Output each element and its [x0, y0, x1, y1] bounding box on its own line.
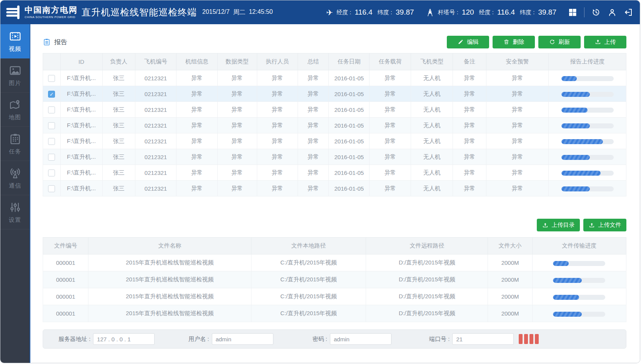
report-cell: 2016-01-05	[329, 181, 370, 196]
progress-bar-fill	[553, 278, 582, 283]
image-icon	[9, 64, 22, 77]
aircraft-longitude-label: 经度 :	[336, 9, 351, 16]
history-button[interactable]	[591, 8, 601, 17]
column-header: 任务日期	[329, 53, 370, 70]
report-upload-progress-cell	[549, 133, 626, 149]
row-checkbox[interactable]	[48, 185, 55, 192]
report-cell: 异常	[298, 102, 328, 118]
report-cell: 张三	[102, 70, 135, 86]
report-cell: 张三	[102, 149, 135, 165]
sidebar-item-tasks[interactable]: 任务	[0, 127, 30, 161]
checkbox-cell	[43, 165, 61, 181]
report-table-row[interactable]: F:\直升机...张三0212321异常异常异常异常2016-01-05异常无人…	[43, 149, 626, 165]
edit-button[interactable]: 编辑	[447, 36, 489, 48]
report-table: ID负责人飞机编号机组信息数据类型执行人员总结任务日期任务载荷飞机类型备注安全预…	[43, 53, 626, 196]
report-cell: 0212321	[135, 133, 176, 149]
row-checkbox[interactable]: ✓	[48, 91, 55, 98]
row-checkbox[interactable]	[48, 154, 55, 161]
connection-bar: 服务器地址 : 用户名 : 密码 : 端口号 :	[43, 329, 626, 349]
report-cell: 异常	[257, 70, 298, 86]
report-table-row[interactable]: F:\直升机...张三0212321异常异常异常异常2016-01-05异常无人…	[43, 181, 626, 196]
edit-icon	[458, 39, 464, 45]
logout-button[interactable]	[624, 8, 633, 17]
report-cell: F:\直升机...	[60, 70, 102, 86]
sidebar-item-map[interactable]: 地图	[0, 93, 30, 127]
file-cell: 2000M	[488, 271, 532, 288]
row-checkbox[interactable]	[48, 170, 55, 176]
report-cell: 异常	[453, 133, 486, 149]
row-checkbox[interactable]	[48, 75, 55, 82]
report-cell: 0212321	[135, 102, 176, 118]
report-cell: 2016-01-05	[329, 86, 370, 102]
file-cell: 2000M	[488, 288, 532, 305]
file-table: 文件编号文件名称文件本地路径文件远程路径文件大小文件传输进度 000001201…	[43, 237, 626, 322]
refresh-button[interactable]: 刷新	[538, 36, 581, 48]
username-input[interactable]	[212, 333, 273, 345]
report-cell: 张三	[102, 118, 135, 133]
upload-button[interactable]: 上传	[584, 36, 626, 48]
file-table-row[interactable]: 0000012015年直升机巡检线智能巡检视频C:/直升机/2015年视频D:/…	[43, 288, 626, 305]
row-checkbox[interactable]	[48, 138, 55, 145]
column-header: 文件本地路径	[251, 238, 366, 254]
comm-icon	[9, 167, 22, 180]
upload-file-button[interactable]: 上传文件	[583, 219, 626, 231]
progress-bar-fill	[553, 261, 569, 266]
report-table-row[interactable]: F:\直升机...张三0212321异常异常异常异常2016-01-05异常无人…	[43, 133, 626, 149]
sidebar-item-label: 视频	[9, 45, 21, 53]
column-header: 负责人	[102, 53, 135, 70]
server-address-input[interactable]	[93, 333, 155, 345]
column-header: 安全预警	[486, 53, 548, 70]
report-cell: 0212321	[135, 149, 176, 165]
file-table-row[interactable]: 0000012015年直升机巡检线智能巡检视频C:/直升机/2015年视频D:/…	[43, 254, 626, 271]
sidebar-item-settings[interactable]: 设置	[0, 195, 30, 229]
report-table-row[interactable]: F:\直升机...张三0212321异常异常异常异常2016-01-05异常无人…	[43, 165, 626, 181]
file-table-row[interactable]: 0000012015年直升机巡检线智能巡检视频C:/直升机/2015年视频D:/…	[43, 271, 626, 288]
report-cell: 异常	[217, 86, 257, 102]
port-input[interactable]	[452, 333, 514, 345]
password-input[interactable]	[330, 333, 391, 345]
report-cell: 无人机	[411, 70, 453, 86]
file-table-row[interactable]: 0000012015年直升机巡检线智能巡检视频C:/直升机/2015年视频D:/…	[43, 305, 626, 322]
sidebar-item-images[interactable]: 图片	[0, 58, 30, 93]
username-label: 用户名 :	[188, 336, 209, 343]
gps-stats: ✈经度 :116.4纬度 :39.87杆塔号 :120经度 :116.4纬度 :…	[326, 8, 558, 17]
tower-number-value: 120	[462, 8, 474, 17]
report-cell: 异常	[257, 102, 298, 118]
windows-button[interactable]	[568, 8, 577, 17]
report-table-row[interactable]: F:\直升机...张三0212321异常异常异常异常2016-01-05异常无人…	[43, 102, 626, 118]
report-cell: 异常	[486, 86, 548, 102]
sidebar-item-communication[interactable]: 通信	[0, 161, 30, 195]
checkbox-cell	[43, 118, 61, 133]
header-divider	[584, 7, 584, 17]
file-cell: 000001	[43, 271, 88, 288]
delete-button[interactable]: 删除	[493, 36, 535, 48]
report-upload-progress-cell	[549, 86, 626, 102]
report-table-row[interactable]: ✓F:\直升机...张三0212321异常异常异常异常2016-01-05异常无…	[43, 86, 626, 102]
report-cell: 异常	[453, 181, 486, 196]
column-header: 飞机类型	[411, 53, 453, 70]
report-cell: 异常	[217, 181, 257, 196]
progress-bar-fill	[561, 186, 590, 191]
progress-bar	[561, 155, 614, 160]
row-checkbox[interactable]	[48, 122, 55, 129]
report-cell: 张三	[102, 102, 135, 118]
column-header	[43, 53, 61, 70]
file-table-body: 0000012015年直升机巡检线智能巡检视频C:/直升机/2015年视频D:/…	[43, 254, 626, 322]
report-cell: 异常	[257, 86, 298, 102]
report-cell: 异常	[257, 165, 298, 181]
button-label: 刷新	[559, 38, 570, 46]
progress-bar-fill	[561, 92, 590, 97]
upload-directory-button[interactable]: 上传目录	[537, 219, 580, 231]
report-upload-progress-cell	[549, 70, 626, 86]
report-cell: 0212321	[135, 86, 176, 102]
sidebar-item-video[interactable]: 视频	[0, 24, 30, 58]
refresh-icon	[549, 39, 555, 45]
row-checkbox[interactable]	[48, 106, 55, 113]
sidebar-item-label: 通信	[9, 182, 21, 189]
user-button[interactable]	[608, 8, 617, 17]
report-table-row[interactable]: F:\直升机...张三0212321异常异常异常异常2016-01-05异常无人…	[43, 70, 626, 86]
button-label: 上传	[604, 38, 616, 46]
report-cell: 无人机	[411, 181, 453, 196]
report-table-body: F:\直升机...张三0212321异常异常异常异常2016-01-05异常无人…	[43, 70, 626, 196]
report-table-row[interactable]: F:\直升机...张三0212321异常异常异常异常2016-01-05异常无人…	[43, 118, 626, 133]
